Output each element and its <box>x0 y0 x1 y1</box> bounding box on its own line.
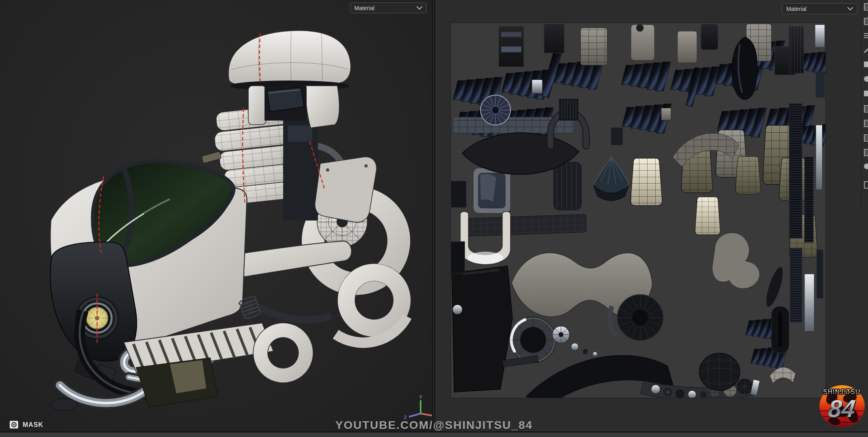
mask-label: MASK <box>23 421 43 429</box>
sphere-icon[interactable] <box>864 163 868 169</box>
image-icon[interactable] <box>864 62 868 67</box>
channel-logo: SHINJITSU 84 <box>816 382 867 432</box>
bottom-bar <box>0 431 868 437</box>
clipboard-icon[interactable] <box>864 91 868 96</box>
model-viewport-canvas <box>0 0 432 431</box>
chevron-down-icon <box>417 6 422 10</box>
sphere-icon[interactable] <box>864 76 868 82</box>
viewport-divider[interactable] <box>432 0 435 431</box>
window-icon[interactable] <box>864 181 868 189</box>
chevron-down-icon <box>847 7 853 11</box>
axis-y-label: Y <box>419 395 422 399</box>
watermark-text: YOUTUBE.COM/@SHINJITSU_84 <box>335 419 533 432</box>
shading-mode-value: Material <box>786 6 807 12</box>
grid-icon[interactable] <box>864 120 868 127</box>
curve-icon[interactable] <box>864 47 868 53</box>
grid-icon[interactable] <box>864 105 868 112</box>
model-3d-viewport[interactable]: Material Y X Z MASK <box>0 0 432 431</box>
shading-mode-select[interactable]: Material <box>350 2 427 13</box>
grid-icon[interactable] <box>864 149 868 156</box>
filmstrip-icon[interactable] <box>864 18 868 25</box>
uv-texture-view[interactable] <box>451 23 826 398</box>
uv-atlas-canvas <box>451 23 826 398</box>
shading-mode-select-right[interactable]: Material <box>782 3 857 14</box>
grid-icon[interactable] <box>864 134 868 142</box>
mask-toggle[interactable]: MASK <box>10 421 43 429</box>
right-dock-toolbar <box>861 0 868 210</box>
mask-icon <box>10 421 18 429</box>
filmstrip-icon[interactable] <box>864 3 868 11</box>
list-icon[interactable] <box>864 32 868 38</box>
logo-number: 84 <box>815 395 868 423</box>
shading-mode-value: Material <box>354 5 375 11</box>
